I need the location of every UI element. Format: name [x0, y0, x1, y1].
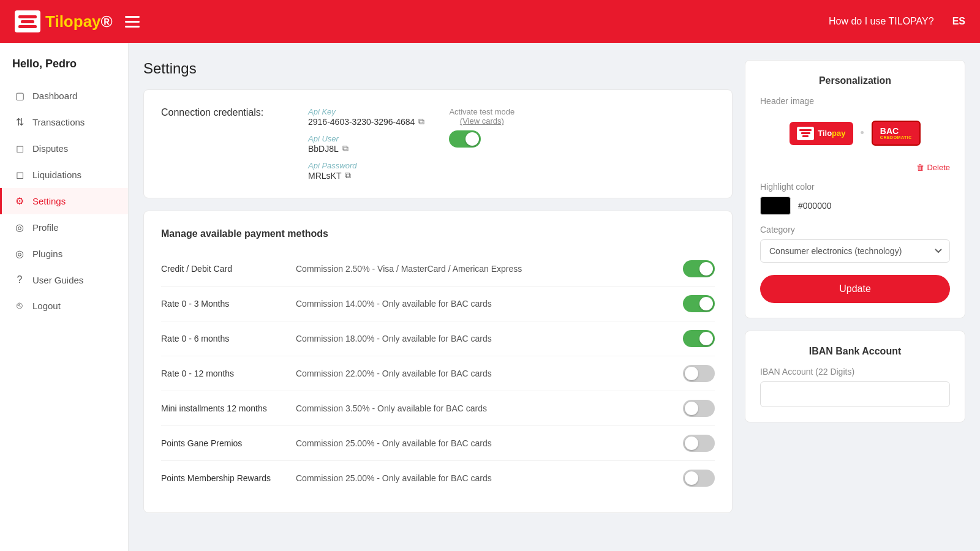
disputes-icon: ◻ — [14, 143, 25, 154]
credentials-card: Connection credentials: Api Key 2916-460… — [143, 89, 733, 198]
sidebar-label-transactions: Transactions — [32, 117, 85, 127]
tilopay-text-small: Tilopay — [818, 129, 845, 138]
api-user-label: Api User — [308, 134, 424, 143]
pm-row-credit-debit: Credit / Debit Card Commission 2.50% - V… — [161, 252, 715, 287]
credentials-fields: Api Key 2916-4603-3230-3296-4684 ⧉ Api U… — [308, 107, 424, 181]
pm-commission-2: Commission 18.00% - Only available for B… — [296, 334, 677, 343]
copy-api-password-icon[interactable]: ⧉ — [345, 170, 351, 181]
pm-commission-4: Commission 3.50% - Only available for BA… — [296, 403, 677, 413]
copy-api-key-icon[interactable]: ⧉ — [418, 116, 424, 127]
pm-name-2: Rate 0 - 6 months — [161, 334, 296, 343]
sidebar-item-user-guides[interactable]: ? User Guides — [0, 267, 128, 293]
sidebar-label-plugins: Plugins — [32, 249, 62, 259]
pm-name-6: Points Membership Rewards — [161, 473, 296, 483]
payment-methods-card: Manage available payment methods Credit … — [143, 211, 733, 513]
update-button[interactable]: Update — [760, 275, 950, 303]
pm-commission-5: Commission 25.00% - Only available for B… — [296, 438, 677, 448]
color-hex-value: #000000 — [798, 201, 832, 211]
api-key-label: Api Key — [308, 107, 424, 116]
pm-commission-6: Commission 25.00% - Only available for B… — [296, 473, 677, 483]
logo-separator: • — [861, 127, 864, 140]
help-link[interactable]: How do I use TILOPAY? — [829, 16, 934, 27]
right-panel: Personalization Header image Tilopay — [745, 60, 965, 534]
sidebar-label-settings: Settings — [32, 196, 66, 206]
user-guides-icon: ? — [14, 274, 25, 285]
pm-commission-1: Commission 14.00% - Only available for B… — [296, 299, 677, 309]
sidebar-item-settings[interactable]: ⚙ Settings — [0, 188, 128, 214]
pm-toggle-4[interactable] — [683, 400, 715, 417]
language-switcher[interactable]: ES — [952, 16, 965, 27]
sidebar-label-user-guides: User Guides — [32, 275, 83, 285]
trash-icon: 🗑 — [916, 163, 924, 172]
iban-label: IBAN Account (22 Digits) — [760, 367, 950, 377]
view-cards-link[interactable]: (View cards) — [460, 116, 504, 126]
hamburger-menu[interactable] — [125, 16, 140, 28]
sidebar-item-liquidations[interactable]: ◻ Liquidations — [0, 162, 128, 188]
pm-row-points-membership: Points Membership Rewards Commission 25.… — [161, 461, 715, 495]
personalization-card: Personalization Header image Tilopay — [745, 60, 965, 318]
pm-toggle-1[interactable] — [683, 295, 715, 312]
iban-input[interactable] — [760, 381, 950, 407]
highlight-color-label: Highlight color — [760, 182, 950, 192]
credentials-label: Connection credentials: — [161, 107, 284, 118]
pm-row-points-gane: Points Gane Premios Commission 25.00% - … — [161, 426, 715, 461]
delete-label: Delete — [927, 163, 950, 172]
credentials-row: Connection credentials: Api Key 2916-460… — [161, 107, 715, 181]
sidebar: Hello, Pedro ▢ Dashboard ⇅ Transactions … — [0, 43, 129, 551]
sidebar-label-liquidations: Liquidations — [32, 170, 81, 180]
api-key-value: 2916-4603-3230-3296-4684 ⧉ — [308, 116, 424, 127]
header-image-section: Header image Tilopay • — [760, 96, 950, 153]
personalization-title: Personalization — [760, 75, 950, 86]
bac-subtext: CREDOMATIC — [880, 135, 912, 140]
sidebar-nav: ▢ Dashboard ⇅ Transactions ◻ Disputes ◻ … — [0, 83, 128, 318]
api-user-value: BbDJ8L ⧉ — [308, 143, 424, 154]
sidebar-item-disputes[interactable]: ◻ Disputes — [0, 135, 128, 162]
sidebar-item-dashboard[interactable]: ▢ Dashboard — [0, 83, 128, 109]
iban-card: IBAN Bank Account IBAN Account (22 Digit… — [745, 331, 965, 422]
pm-row-rate-12: Rate 0 - 12 months Commission 22.00% - O… — [161, 356, 715, 391]
pm-toggle-5[interactable] — [683, 435, 715, 452]
tilopay-logo-display: Tilopay — [790, 122, 853, 145]
pm-toggle-0[interactable] — [683, 260, 715, 277]
profile-icon: ◎ — [14, 222, 25, 233]
sidebar-label-disputes: Disputes — [32, 143, 68, 154]
delete-button[interactable]: 🗑 Delete — [760, 163, 950, 172]
sidebar-item-transactions[interactable]: ⇅ Transactions — [0, 109, 128, 135]
highlight-color-section: Highlight color #000000 — [760, 182, 950, 215]
category-select[interactable]: Consumer electronics (technology) Fashio… — [760, 239, 950, 263]
api-password-field: Api Password MRLsKT ⧉ — [308, 161, 424, 181]
logo-icon — [15, 10, 40, 32]
tilopay-icon-small — [797, 127, 814, 140]
pm-toggle-3[interactable] — [683, 365, 715, 382]
bac-logo-display: BAC CREDOMATIC — [872, 121, 921, 146]
payment-methods-title: Manage available payment methods — [161, 228, 715, 239]
pm-commission-3: Commission 22.00% - Only available for B… — [296, 369, 677, 378]
color-row: #000000 — [760, 197, 950, 215]
iban-title: IBAN Bank Account — [760, 346, 950, 357]
sidebar-item-profile[interactable]: ◎ Profile — [0, 214, 128, 241]
sidebar-label-dashboard: Dashboard — [32, 91, 77, 101]
header: Tilopay® How do I use TILOPAY? ES — [0, 0, 980, 43]
pm-toggle-2[interactable] — [683, 330, 715, 347]
api-password-value: MRLsKT ⧉ — [308, 170, 424, 181]
category-section: Category Consumer electronics (technolog… — [760, 225, 950, 263]
copy-api-user-icon[interactable]: ⧉ — [342, 143, 349, 154]
sidebar-label-logout: Logout — [32, 301, 61, 311]
transactions-icon: ⇅ — [14, 116, 25, 128]
pm-name-0: Credit / Debit Card — [161, 264, 296, 274]
api-password-label: Api Password — [308, 161, 424, 170]
header-left: Tilopay® — [15, 10, 140, 32]
test-mode-label: Activate test mode (View cards) — [449, 107, 514, 126]
bac-text: BAC — [880, 127, 912, 135]
test-mode-toggle[interactable] — [449, 130, 481, 148]
logo-text: Tilopay® — [45, 12, 113, 31]
color-swatch[interactable] — [760, 197, 791, 215]
sidebar-item-logout[interactable]: ⎋ Logout — [0, 293, 128, 318]
api-key-field: Api Key 2916-4603-3230-3296-4684 ⧉ — [308, 107, 424, 127]
logo-display: Tilopay • BAC CREDOMATIC — [760, 113, 950, 153]
sidebar-item-plugins[interactable]: ◎ Plugins — [0, 241, 128, 267]
plugins-icon: ◎ — [14, 248, 25, 260]
layout: Hello, Pedro ▢ Dashboard ⇅ Transactions … — [0, 43, 980, 551]
dashboard-icon: ▢ — [14, 90, 25, 102]
pm-toggle-6[interactable] — [683, 470, 715, 487]
